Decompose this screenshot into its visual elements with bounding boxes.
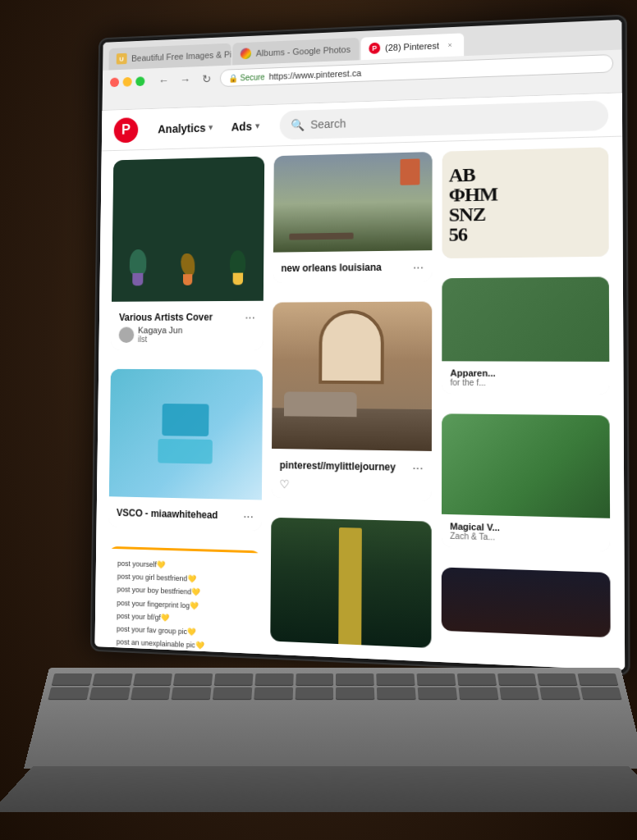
pin-user-dark-plants: Kagaya Jun ilst	[119, 325, 255, 344]
key[interactable]	[580, 687, 621, 699]
lock-icon: 🔒	[228, 73, 237, 82]
secure-label: Secure	[240, 72, 264, 82]
key[interactable]	[214, 673, 253, 685]
close-button[interactable]	[110, 78, 119, 88]
pin-board-dark-plants: ilst	[138, 335, 183, 344]
key[interactable]	[540, 687, 581, 699]
key[interactable]	[458, 687, 498, 699]
laptop-keyboard	[24, 668, 637, 769]
forward-button[interactable]: →	[176, 71, 194, 89]
pin-username-dark-plants: Kagaya Jun	[138, 326, 183, 336]
pin-title-new-orleans: new orleans louisiana	[281, 262, 382, 276]
pin-card-magical[interactable]: Magical V... Zach & Ta...	[442, 413, 610, 551]
pin-info-new-orleans: new orleans louisiana ···	[273, 250, 433, 283]
keyboard-keys	[40, 668, 630, 705]
plant-figure-2	[181, 253, 195, 285]
key[interactable]	[377, 687, 416, 699]
laptop-frame: U Beautiful Free Images & Pictur... × Al…	[90, 15, 630, 676]
key[interactable]	[499, 687, 539, 699]
pin-image-dark-panel	[442, 567, 611, 637]
laptop-base	[0, 766, 637, 812]
key[interactable]	[89, 687, 131, 699]
tab-favicon-2	[241, 48, 251, 59]
maximize-button[interactable]	[135, 76, 144, 86]
pin-heart-area: ♡	[279, 477, 423, 495]
key[interactable]	[457, 673, 497, 685]
pin-image-dark-plants	[112, 157, 264, 302]
pin-image-vsco	[109, 369, 263, 500]
secure-badge: 🔒 Secure	[228, 72, 265, 82]
typography-text: AB ΦHM SNZ 56	[449, 164, 497, 244]
analytics-label: Analytics	[158, 121, 205, 135]
browser-tab-3[interactable]: P (28) Pinterest ×	[360, 33, 464, 60]
pin-card-typography[interactable]: AB ΦHM SNZ 56	[442, 147, 609, 258]
key[interactable]	[52, 673, 92, 685]
pin-title-apparent: Apparen...	[450, 368, 600, 378]
key[interactable]	[254, 673, 293, 685]
key[interactable]	[377, 673, 415, 685]
pin-avatar-dark-plants	[119, 326, 135, 342]
pin-card-new-orleans[interactable]: new orleans louisiana ···	[273, 152, 433, 283]
pin-image-magical	[442, 413, 610, 518]
key[interactable]	[418, 687, 457, 699]
search-bar[interactable]: 🔍 Search	[279, 100, 608, 139]
ads-label: Ads	[231, 120, 252, 133]
tab-label-1: Beautiful Free Images & Pictur...	[131, 48, 231, 63]
tab-close-2[interactable]: ×	[355, 43, 360, 54]
pin-card-apparent[interactable]: Apparen... for the f...	[442, 276, 609, 395]
pin-card-dark-panel[interactable]	[442, 567, 611, 637]
pin-card-textpost[interactable]: post yourself💛 post you girl bestfriend💛…	[106, 546, 261, 670]
pins-column-3: AB ΦHM SNZ 56 Apparen...	[442, 147, 612, 670]
pin-more-new-orleans[interactable]: ···	[413, 260, 424, 275]
plant-figure-1	[129, 249, 146, 286]
pin-card-room[interactable]: pinterest//mylittlejourney ··· ♡	[272, 302, 433, 502]
key[interactable]	[295, 687, 333, 699]
pin-title-room: pinterest//mylittlejourney	[280, 459, 396, 474]
key[interactable]	[254, 687, 293, 699]
pin-info-magical: Magical V... Zach & Ta...	[442, 514, 610, 552]
tab-close-3[interactable]: ×	[444, 39, 456, 51]
pin-more-vsco[interactable]: ···	[243, 509, 254, 524]
key[interactable]	[497, 673, 537, 685]
pin-meta-room: pinterest//mylittlejourney ···	[280, 459, 424, 476]
key[interactable]	[133, 673, 172, 685]
ads-nav-item[interactable]: Ads ▾	[223, 114, 267, 138]
key[interactable]	[538, 673, 578, 685]
key[interactable]	[578, 673, 618, 685]
pin-username-board: Kagaya Jun ilst	[138, 326, 183, 344]
pin-meta-dark-plants: Various Artists Cover ···	[119, 311, 255, 326]
pin-card-forest[interactable]	[270, 518, 431, 648]
tab-favicon-1: U	[117, 53, 127, 65]
key[interactable]	[336, 673, 374, 685]
pin-card-dark-plants[interactable]: Various Artists Cover ··· Kagaya Jun ils…	[111, 157, 264, 350]
refresh-button[interactable]: ↻	[198, 70, 215, 88]
key[interactable]	[131, 687, 171, 699]
minimize-button[interactable]	[123, 77, 132, 87]
key[interactable]	[213, 687, 252, 699]
pinterest-logo[interactable]: P	[114, 117, 139, 143]
pin-meta-new-orleans: new orleans louisiana ···	[281, 260, 424, 276]
key[interactable]	[417, 673, 456, 685]
pin-title-vsco: VSCO - miaawhitehead	[117, 507, 218, 523]
pin-more-dark-plants[interactable]: ···	[245, 311, 255, 326]
key[interactable]	[92, 673, 132, 685]
key[interactable]	[337, 687, 375, 699]
url-display: https://www.pinterest.ca	[268, 68, 361, 81]
pin-image-room	[272, 302, 432, 451]
key[interactable]	[173, 673, 213, 685]
pin-more-room[interactable]: ···	[412, 461, 424, 477]
header-nav: Analytics ▾ Ads ▾	[150, 114, 267, 139]
key[interactable]	[172, 687, 212, 699]
analytics-nav-item[interactable]: Analytics ▾	[150, 116, 221, 140]
search-placeholder: Search	[310, 116, 346, 130]
heart-button-room[interactable]: ♡	[279, 477, 290, 491]
pin-info-vsco: VSCO - miaawhitehead ···	[108, 496, 262, 531]
back-button[interactable]: ←	[155, 71, 172, 89]
key[interactable]	[48, 687, 89, 699]
plant-figure-3	[230, 250, 245, 285]
search-icon: 🔍	[291, 118, 305, 131]
tab-favicon-3: P	[369, 43, 380, 54]
tab-label-3: (28) Pinterest	[385, 41, 439, 53]
key[interactable]	[296, 673, 333, 685]
pin-card-vsco[interactable]: VSCO - miaawhitehead ···	[108, 369, 263, 532]
